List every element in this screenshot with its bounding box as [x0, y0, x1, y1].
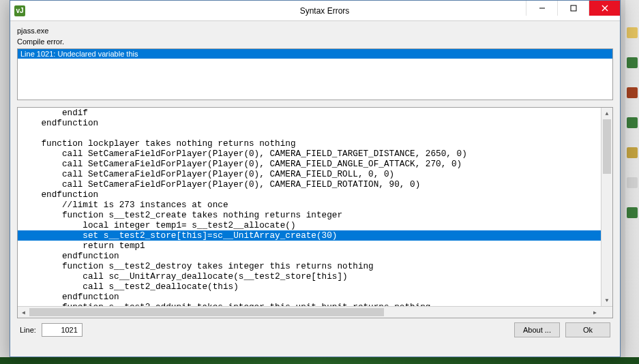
code-line[interactable]: endfunction [18, 292, 612, 302]
code-viewer[interactable]: endif endfunction function lockplayer ta… [17, 107, 613, 318]
error-list[interactable]: Line 1021: Undeclared variable this [17, 48, 613, 100]
scroll-v-thumb[interactable] [603, 119, 611, 174]
scroll-h-track[interactable] [29, 307, 589, 318]
line-number-input[interactable] [42, 323, 83, 337]
close-button[interactable] [589, 1, 620, 16]
code-line[interactable]: endfunction [18, 118, 612, 128]
code-line[interactable]: call SetCameraFieldForPlayer(Player(0), … [18, 149, 612, 159]
content-area: pjass.exe Compile error. Line 1021: Unde… [10, 21, 620, 343]
code-line[interactable]: //limit is 273 instances at once [18, 200, 612, 210]
scroll-corner [601, 307, 612, 318]
maximize-button[interactable] [557, 1, 589, 16]
code-line[interactable] [18, 128, 612, 138]
code-line[interactable]: call sc__UnitArray_deallocate(s__test2_s… [18, 271, 612, 282]
scroll-v-track[interactable] [601, 119, 612, 294]
error-row[interactable]: Line 1021: Undeclared variable this [18, 49, 612, 59]
footer-bar: Line: About ... Ok [17, 318, 613, 337]
scroll-up-arrow-icon[interactable]: ▲ [601, 108, 612, 119]
app-icon: vJ [14, 5, 25, 16]
code-line[interactable]: call SetCameraFieldForPlayer(Player(0), … [18, 159, 612, 169]
window-controls [526, 1, 620, 16]
exe-label: pjass.exe [17, 27, 613, 35]
code-line[interactable]: call SetCameraFieldForPlayer(Player(0), … [18, 169, 612, 179]
scroll-right-arrow-icon[interactable]: ▶ [589, 307, 601, 318]
horizontal-scrollbar[interactable]: ◀ ▶ [18, 306, 612, 318]
ok-button[interactable]: Ok [565, 322, 610, 337]
code-line[interactable]: local integer temp1= s__test2__allocate(… [18, 220, 612, 230]
titlebar[interactable]: vJ Syntax Errors [10, 1, 620, 21]
syntax-errors-window: vJ Syntax Errors pjass.exe Compile error… [10, 0, 621, 357]
code-line[interactable]: call SetCameraFieldForPlayer(Player(0), … [18, 179, 612, 189]
minimize-button[interactable] [526, 1, 557, 16]
code-line[interactable]: function s__test2_create takes nothing r… [18, 210, 612, 220]
code-line[interactable]: call s__test2_deallocate(this) [18, 282, 612, 292]
code-line[interactable]: function lockplayer takes nothing return… [18, 138, 612, 149]
about-button[interactable]: About ... [514, 322, 560, 337]
code-line[interactable]: endif [18, 108, 612, 118]
background-terrain [0, 357, 639, 364]
background-toolbar-icons [627, 27, 638, 237]
svg-rect-1 [571, 5, 576, 11]
code-line[interactable]: endfunction [18, 251, 612, 261]
code-line[interactable]: set s__test2_store[this]=sc__UnitArray_c… [18, 230, 612, 241]
line-label: Line: [20, 326, 36, 334]
code-line[interactable]: endfunction [18, 189, 612, 200]
code-line[interactable]: return temp1 [18, 241, 612, 251]
scroll-left-arrow-icon[interactable]: ◀ [18, 307, 29, 318]
scroll-down-arrow-icon[interactable]: ▼ [601, 294, 612, 306]
scroll-h-thumb[interactable] [29, 308, 384, 316]
compile-status: Compile error. [17, 37, 613, 46]
vertical-scrollbar[interactable]: ▲ ▼ [601, 108, 612, 306]
code-line[interactable]: function s__test2_destroy takes integer … [18, 261, 612, 271]
